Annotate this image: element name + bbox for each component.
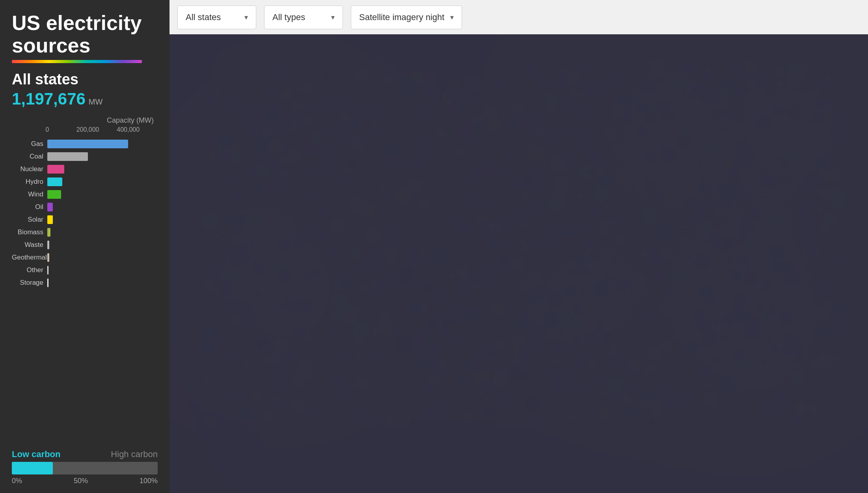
bar-fill-wind [47, 190, 61, 199]
carbon-bar-track [12, 462, 158, 474]
bar-row-wind: Wind [12, 189, 158, 200]
bar-row-waste: Waste [12, 240, 158, 250]
bar-label-hydro: Hydro [12, 178, 47, 186]
map-area [170, 34, 868, 493]
bar-fill-solar [47, 215, 53, 224]
bar-fill-geothermal [47, 253, 49, 262]
view-dropdown-label: Satellite imagery night [359, 12, 444, 22]
total-capacity: 1,197,676 MW [12, 90, 158, 108]
capacity-value: 1,197,676 [12, 90, 86, 108]
bar-row-oil: Oil [12, 202, 158, 212]
bar-label-geothermal: Geothermal [12, 254, 47, 261]
bar-row-coal: Coal [12, 151, 158, 162]
header-bar: All states ▾ All types ▾ Satellite image… [170, 0, 868, 34]
bar-row-nuclear: Nuclear [12, 164, 158, 174]
axis-tick-200k: 200,000 [76, 126, 99, 133]
bar-label-waste: Waste [12, 241, 47, 249]
bar-track-coal [47, 152, 154, 161]
bar-label-nuclear: Nuclear [12, 165, 47, 173]
color-spectrum-bar [12, 60, 142, 63]
states-dropdown-chevron: ▾ [244, 13, 248, 22]
types-dropdown[interactable]: All types ▾ [264, 6, 343, 29]
bar-track-biomass [47, 228, 154, 237]
bar-track-gas [47, 140, 154, 148]
states-dropdown-label: All states [186, 12, 221, 22]
bar-fill-hydro [47, 177, 62, 186]
bar-track-other [47, 266, 154, 275]
bar-label-other: Other [12, 266, 47, 274]
axis-tick-0: 0 [46, 126, 49, 133]
types-dropdown-chevron: ▾ [331, 13, 335, 22]
region-title: All states [12, 71, 158, 88]
bar-label-oil: Oil [12, 203, 47, 211]
bar-fill-storage [47, 278, 48, 287]
bar-fill-biomass [47, 228, 50, 237]
carbon-labels: Low carbon High carbon [12, 449, 158, 459]
carbon-percent-labels: 0% 50% 100% [12, 477, 158, 485]
bar-fill-nuclear [47, 165, 64, 174]
pct-50: 50% [74, 477, 88, 485]
bar-fill-coal [47, 152, 88, 161]
bar-label-solar: Solar [12, 216, 47, 224]
bar-label-biomass: Biomass [12, 228, 47, 236]
bars-list: GasCoalNuclearHydroWindOilSolarBiomassWa… [12, 139, 158, 288]
bar-track-storage [47, 278, 154, 287]
app-title: US electricity sources [12, 12, 158, 57]
chart-axis-label: Capacity (MW) [12, 116, 154, 125]
map-background [170, 34, 868, 493]
bar-track-nuclear [47, 165, 154, 174]
bar-row-other: Other [12, 265, 158, 275]
chart-x-axis: 0 200,000 400,000 [47, 126, 154, 136]
bar-label-wind: Wind [12, 190, 47, 198]
bar-track-wind [47, 190, 154, 199]
bar-fill-other [47, 266, 48, 275]
bar-track-hydro [47, 177, 154, 186]
carbon-bar-fill [12, 462, 53, 474]
bar-track-geothermal [47, 253, 154, 262]
types-dropdown-label: All types [272, 12, 305, 22]
bar-track-waste [47, 241, 154, 249]
axis-tick-400k: 400,000 [117, 126, 140, 133]
sidebar: US electricity sources All states 1,197,… [0, 0, 170, 493]
bar-track-solar [47, 215, 154, 224]
states-dropdown[interactable]: All states ▾ [177, 6, 256, 29]
bar-row-solar: Solar [12, 215, 158, 225]
pct-100: 100% [140, 477, 158, 485]
carbon-section: Low carbon High carbon 0% 50% 100% [12, 445, 158, 485]
view-dropdown-chevron: ▾ [450, 13, 454, 22]
bar-label-gas: Gas [12, 140, 47, 148]
bar-row-geothermal: Geothermal [12, 252, 158, 263]
low-carbon-label: Low carbon [12, 449, 60, 459]
view-dropdown[interactable]: Satellite imagery night ▾ [351, 6, 462, 29]
bar-row-biomass: Biomass [12, 227, 158, 237]
bar-label-coal: Coal [12, 153, 47, 161]
bar-fill-gas [47, 140, 128, 148]
high-carbon-label: High carbon [111, 449, 158, 459]
bar-fill-oil [47, 203, 53, 211]
capacity-unit: MW [89, 97, 103, 106]
capacity-chart: Capacity (MW) 0 200,000 400,000 GasCoalN… [12, 116, 158, 437]
bar-track-oil [47, 203, 154, 211]
bar-row-hydro: Hydro [12, 177, 158, 187]
pct-0: 0% [12, 477, 22, 485]
bar-fill-waste [47, 241, 49, 249]
bar-label-storage: Storage [12, 279, 47, 287]
bar-row-storage: Storage [12, 278, 158, 288]
bar-row-gas: Gas [12, 139, 158, 149]
